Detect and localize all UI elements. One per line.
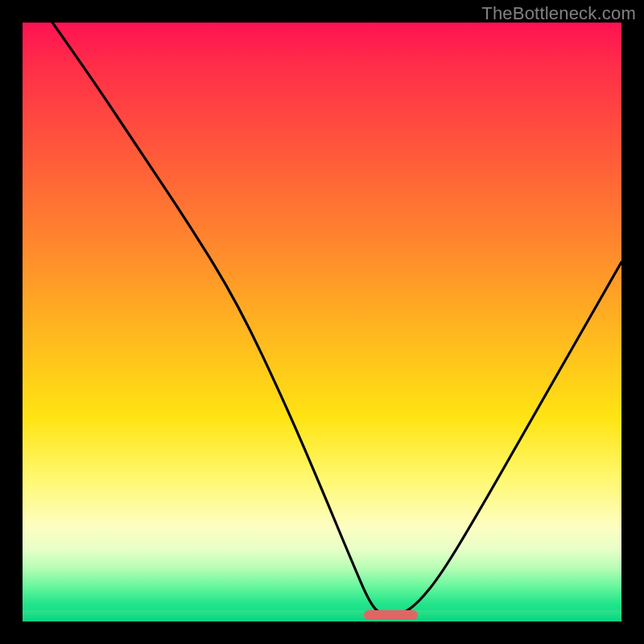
chart-background-gradient	[23, 23, 621, 621]
chart-bottom-green-band	[23, 610, 621, 621]
watermark-text: TheBottleneck.com	[481, 3, 636, 24]
optimal-range-marker	[364, 610, 418, 620]
chart-frame	[23, 23, 621, 621]
